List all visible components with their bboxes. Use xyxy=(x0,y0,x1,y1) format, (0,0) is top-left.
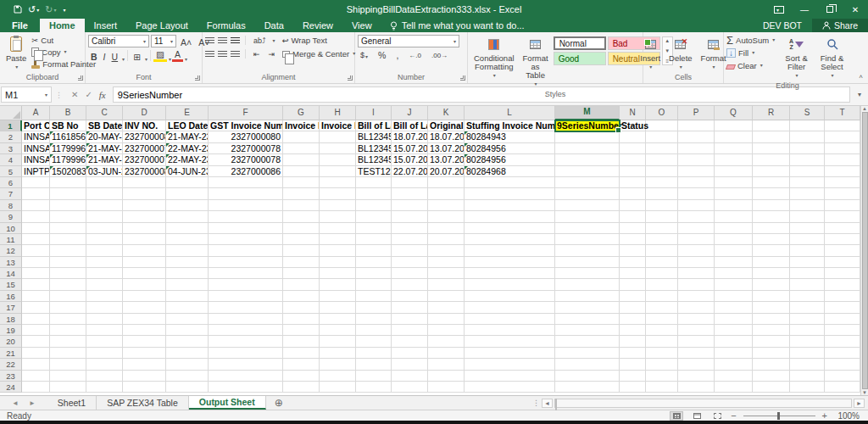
cell-E18[interactable] xyxy=(166,314,209,325)
cell-M15[interactable] xyxy=(555,279,620,290)
cell-R9[interactable] xyxy=(753,211,790,222)
column-header-N[interactable]: N xyxy=(620,106,646,120)
top-align-icon[interactable] xyxy=(205,37,214,44)
cell-Q18[interactable] xyxy=(715,314,753,325)
cell-E22[interactable] xyxy=(166,359,209,370)
cell-C12[interactable] xyxy=(86,245,123,256)
cell-L22[interactable] xyxy=(465,359,555,370)
cell-H18[interactable] xyxy=(320,314,356,325)
cell-C15[interactable] xyxy=(86,279,123,290)
cell-Q3[interactable] xyxy=(715,143,753,154)
cell-O23[interactable] xyxy=(646,371,678,382)
cell-O8[interactable] xyxy=(646,200,678,211)
cell-C19[interactable] xyxy=(86,325,123,336)
cell-I19[interactable] xyxy=(356,325,392,336)
bottom-align-icon[interactable] xyxy=(231,37,240,44)
cell-O6[interactable] xyxy=(646,177,678,188)
cell-D12[interactable] xyxy=(123,245,166,256)
cell-F20[interactable] xyxy=(209,336,283,347)
cell-P13[interactable] xyxy=(678,257,715,268)
account-name[interactable]: DEV BOT xyxy=(753,19,812,32)
cell-B24[interactable] xyxy=(50,382,86,393)
column-header-F[interactable]: F xyxy=(209,106,283,120)
cell-L16[interactable] xyxy=(465,291,555,302)
cell-N14[interactable] xyxy=(620,268,646,279)
cell-C17[interactable] xyxy=(86,302,123,313)
cell-A23[interactable] xyxy=(22,371,50,382)
cell-I3[interactable]: BL123456 xyxy=(356,143,392,154)
cell-D6[interactable] xyxy=(123,177,166,188)
cell-T3[interactable] xyxy=(825,143,860,154)
cell-Q13[interactable] xyxy=(715,257,753,268)
tab-formulas[interactable]: Formulas xyxy=(198,19,255,32)
cell-F6[interactable] xyxy=(209,177,283,188)
cell-E11[interactable] xyxy=(166,234,209,245)
cell-A10[interactable] xyxy=(22,223,50,234)
fill-color-icon[interactable]: ▨ xyxy=(153,49,167,62)
cell-O20[interactable] xyxy=(646,336,678,347)
column-header-T[interactable]: T xyxy=(825,106,860,120)
cell-N5[interactable] xyxy=(620,166,646,177)
middle-align-icon[interactable] xyxy=(218,37,227,44)
cell-D19[interactable] xyxy=(123,325,166,336)
cell-J21[interactable] xyxy=(392,348,428,359)
cell-J4[interactable]: 15.07.2023 xyxy=(392,154,428,165)
cell-K7[interactable] xyxy=(428,188,465,199)
cell-H13[interactable] xyxy=(320,257,356,268)
cell-M10[interactable] xyxy=(555,223,620,234)
cell-G8[interactable] xyxy=(283,200,320,211)
cell-N2[interactable] xyxy=(620,131,646,142)
cell-K6[interactable] xyxy=(428,177,465,188)
cell-C21[interactable] xyxy=(86,348,123,359)
cell-J22[interactable] xyxy=(392,359,428,370)
cell-C11[interactable] xyxy=(86,234,123,245)
cell-B9[interactable] xyxy=(50,211,86,222)
cell-O16[interactable] xyxy=(646,291,678,302)
cell-L14[interactable] xyxy=(465,268,555,279)
cell-T19[interactable] xyxy=(825,325,860,336)
cell-D17[interactable] xyxy=(123,302,166,313)
cell-H5[interactable] xyxy=(320,166,356,177)
cell-M13[interactable] xyxy=(555,257,620,268)
cell-H24[interactable] xyxy=(320,382,356,393)
cell-E5[interactable]: 04-JUN-23 xyxy=(166,166,209,177)
cell-B23[interactable] xyxy=(50,371,86,382)
cell-E12[interactable] xyxy=(166,245,209,256)
cell-Q22[interactable] xyxy=(715,359,753,370)
cell-H7[interactable] xyxy=(320,188,356,199)
cell-K14[interactable] xyxy=(428,268,465,279)
cell-S18[interactable] xyxy=(790,314,825,325)
cell-C1[interactable]: SB Date xyxy=(86,120,123,131)
cell-N22[interactable] xyxy=(620,359,646,370)
cell-L24[interactable] xyxy=(465,382,555,393)
cell-H16[interactable] xyxy=(320,291,356,302)
cell-H23[interactable] xyxy=(320,371,356,382)
cell-O18[interactable] xyxy=(646,314,678,325)
number-format-select[interactable]: General▾ xyxy=(358,35,459,47)
cell-J1[interactable]: Bill of Lad xyxy=(392,120,428,131)
cell-K15[interactable] xyxy=(428,279,465,290)
cell-T9[interactable] xyxy=(825,211,860,222)
cell-G16[interactable] xyxy=(283,291,320,302)
cell-C3[interactable]: 21-MAY-23 xyxy=(86,143,123,154)
cell-P18[interactable] xyxy=(678,314,715,325)
column-header-K[interactable]: K xyxy=(428,106,465,120)
cell-R16[interactable] xyxy=(753,291,790,302)
cell-B8[interactable] xyxy=(50,200,86,211)
cell-H20[interactable] xyxy=(320,336,356,347)
cell-P23[interactable] xyxy=(678,371,715,382)
column-header-Q[interactable]: Q xyxy=(715,106,753,120)
insert-function-icon[interactable]: fx xyxy=(99,90,106,100)
cell-J13[interactable] xyxy=(392,257,428,268)
minimize-icon[interactable]: — xyxy=(792,0,817,19)
font-name-select[interactable]: Calibri▾ xyxy=(88,35,149,47)
font-dialog-launcher-icon[interactable] xyxy=(195,75,200,81)
sheet-nav-right-icon[interactable]: ► xyxy=(29,399,36,407)
cell-B6[interactable] xyxy=(50,177,86,188)
restore-icon[interactable] xyxy=(817,0,843,19)
cell-O11[interactable] xyxy=(646,234,678,245)
new-sheet-icon[interactable]: ⊕ xyxy=(266,396,292,410)
cell-S7[interactable] xyxy=(790,188,825,199)
row-header-12[interactable]: 12 xyxy=(0,245,22,256)
font-color-icon[interactable]: A xyxy=(172,49,183,62)
